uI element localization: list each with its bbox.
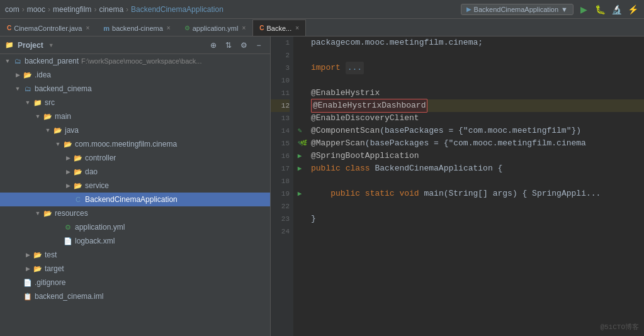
line-numbers: 1 2 3 10 11 12 13 14 15 16 17 18 19 22 2… bbox=[271, 36, 293, 336]
tree-label-target: target bbox=[45, 264, 64, 273]
tree-label-controller: controller bbox=[85, 154, 116, 162]
toggle-dao[interactable]: ▶ bbox=[63, 167, 73, 177]
toggle-java[interactable]: ▼ bbox=[43, 125, 53, 135]
sidebar-add-icon[interactable]: ⊕ bbox=[207, 39, 220, 52]
tree-item-test[interactable]: ▶ 📂 test bbox=[0, 248, 270, 262]
sidebar-dropdown-icon[interactable]: ▼ bbox=[48, 42, 54, 48]
gutter-14-edit[interactable]: ✎ bbox=[293, 125, 306, 137]
toggle-idea[interactable]: ▶ bbox=[13, 70, 23, 80]
code-editor[interactable]: 1 2 3 10 11 12 13 14 15 16 17 18 19 22 2… bbox=[271, 36, 644, 336]
code-line-23: } bbox=[311, 213, 644, 225]
folder-icon-java: 📂 bbox=[53, 125, 63, 135]
gutter-22 bbox=[293, 200, 306, 213]
toggle-resources[interactable]: ▼ bbox=[33, 208, 43, 218]
gutter-17-run[interactable]: ▶ bbox=[293, 162, 306, 175]
tab-close-3[interactable]: × bbox=[242, 25, 246, 31]
sidebar-title: Project bbox=[18, 41, 43, 50]
toggle-com-pkg[interactable]: ▼ bbox=[53, 139, 63, 149]
code-line-24 bbox=[311, 225, 644, 238]
tree-label-backend-cinema: backend_cinema bbox=[35, 84, 92, 93]
project-icon: 📁 bbox=[5, 41, 14, 49]
tree-item-src[interactable]: ▼ 📁 src bbox=[0, 96, 270, 109]
tree-item-resources[interactable]: ▼ 📂 resources bbox=[0, 206, 270, 220]
ln-12: 12 bbox=[271, 99, 290, 112]
toggle-main[interactable]: ▼ bbox=[33, 111, 43, 121]
code-content[interactable]: package com.mooc.meetingfilm.cinema; imp… bbox=[306, 36, 644, 336]
sidebar-body[interactable]: ▼ 🗂 backend_parent F:\workSpace\mooc_wor… bbox=[0, 54, 270, 336]
module-icon-backend-cinema: 🗂 bbox=[23, 84, 33, 94]
tree-label-backend-parent: backend_parent bbox=[25, 57, 79, 65]
tree-item-gitignore[interactable]: 📄 .gitignore bbox=[0, 276, 270, 289]
tab-application-yml[interactable]: ⚙ application.yml × bbox=[178, 20, 253, 36]
toggle-service[interactable]: ▶ bbox=[63, 181, 73, 191]
code-line-22 bbox=[311, 200, 644, 213]
sidebar-header: 📁 Project ▼ ⊕ ⇅ ⚙ − bbox=[0, 36, 270, 54]
toggle-backend-parent[interactable]: ▼ bbox=[3, 56, 13, 66]
ln-23: 23 bbox=[271, 213, 290, 225]
toggle-backend-cinema[interactable]: ▼ bbox=[13, 84, 23, 94]
breadcrumb-app[interactable]: BackendCinemaApplication bbox=[131, 5, 223, 14]
breadcrumb-meetingfilm[interactable]: meetingfilm bbox=[53, 5, 91, 14]
run-button[interactable]: ▶ bbox=[577, 3, 590, 16]
folder-icon-controller: 📂 bbox=[73, 153, 83, 163]
tab-cinema-controller[interactable]: C CinemaController.java × bbox=[0, 20, 96, 36]
tree-item-service[interactable]: ▶ 📂 service bbox=[0, 179, 270, 193]
sidebar-scroll-icon[interactable]: ⇅ bbox=[222, 39, 235, 52]
breadcrumb-mooc[interactable]: mooc bbox=[27, 5, 45, 14]
folder-icon-main: 📂 bbox=[43, 111, 53, 121]
tree-item-dao[interactable]: ▶ 📂 dao bbox=[0, 165, 270, 179]
tree-item-main[interactable]: ▼ 📂 main bbox=[0, 109, 270, 123]
tree-item-logback[interactable]: 📄 logback.xml bbox=[0, 234, 270, 248]
tab-close-2[interactable]: × bbox=[167, 25, 171, 31]
tree-item-iml[interactable]: 📋 backend_cinema.iml bbox=[0, 289, 270, 303]
gutter-16-run[interactable]: ▶ bbox=[293, 150, 306, 162]
import-dots[interactable]: ... bbox=[346, 62, 364, 74]
tree-item-backend-app-file[interactable]: C BackendCinemaApplication bbox=[0, 193, 270, 206]
tree-item-com-pkg[interactable]: ▼ 📂 com.mooc.meetingfilm.cinema bbox=[0, 137, 270, 151]
tree-item-controller[interactable]: ▶ 📂 controller bbox=[0, 151, 270, 165]
tree-path-backend-parent: F:\workSpace\mooc_workspace\back... bbox=[81, 57, 201, 65]
folder-icon-resources: 📂 bbox=[43, 208, 53, 218]
ln-10: 10 bbox=[271, 74, 290, 87]
ln-14: 14 bbox=[271, 125, 290, 137]
tab-close-1[interactable]: × bbox=[86, 25, 89, 31]
code-line-17: public class BackendCinemaApplication { bbox=[311, 162, 644, 175]
iml-icon: 📋 bbox=[23, 291, 33, 301]
code-line-16: @SpringBootApplication bbox=[311, 150, 644, 162]
tab-backend-app[interactable]: C Backe... × bbox=[252, 20, 306, 36]
gutter-19-run[interactable]: ▶ bbox=[293, 188, 306, 200]
java-file-icon-backend-app: C bbox=[73, 194, 83, 204]
tab-backend-cinema[interactable]: m backend-cinema × bbox=[96, 20, 177, 36]
gutter-2 bbox=[293, 49, 306, 62]
coverage-button[interactable]: 🔬 bbox=[610, 3, 623, 16]
gutter-15-edit[interactable]: ✎ 🌿 bbox=[293, 137, 306, 150]
gutter-area: ✎ ✎ 🌿 ▶ ▶ ▶ bbox=[293, 36, 306, 336]
tree-item-idea[interactable]: ▶ 📂 .idea bbox=[0, 68, 270, 82]
tree-item-backend-parent[interactable]: ▼ 🗂 backend_parent F:\workSpace\mooc_wor… bbox=[0, 54, 270, 68]
toggle-test[interactable]: ▶ bbox=[23, 250, 33, 260]
folder-icon-target: 📂 bbox=[33, 264, 43, 274]
run-config-selector[interactable]: ▶ BackendCinemaApplication ▼ bbox=[461, 4, 573, 15]
tree-item-target[interactable]: ▶ 📂 target bbox=[0, 262, 270, 276]
tab-java-icon-1: C bbox=[7, 25, 11, 31]
toggle-controller[interactable]: ▶ bbox=[63, 153, 73, 163]
tree-item-yml[interactable]: ⚙ application.yml bbox=[0, 220, 270, 234]
code-line-2 bbox=[311, 49, 644, 62]
sidebar-minimize-icon[interactable]: − bbox=[252, 39, 265, 52]
gutter-18 bbox=[293, 175, 306, 188]
gutter-24 bbox=[293, 225, 306, 238]
tree-item-java[interactable]: ▼ 📂 java bbox=[0, 123, 270, 137]
toggle-src[interactable]: ▼ bbox=[23, 98, 33, 108]
breadcrumb-cinema[interactable]: cinema bbox=[99, 5, 123, 14]
profile-button[interactable]: ⚡ bbox=[626, 3, 639, 16]
tree-label-src: src bbox=[45, 98, 55, 107]
main-layout: 📁 Project ▼ ⊕ ⇅ ⚙ − ▼ 🗂 backend_parent F… bbox=[0, 36, 644, 336]
sidebar-settings-icon[interactable]: ⚙ bbox=[237, 39, 250, 52]
toggle-target[interactable]: ▶ bbox=[23, 264, 33, 274]
breadcrumb-com[interactable]: com bbox=[5, 5, 20, 14]
tab-close-4[interactable]: × bbox=[295, 25, 299, 31]
tab-label-yml: application.yml bbox=[193, 25, 239, 32]
ln-18: 18 bbox=[271, 175, 290, 188]
tree-item-backend-cinema[interactable]: ▼ 🗂 backend_cinema bbox=[0, 82, 270, 96]
debug-button[interactable]: 🐛 bbox=[594, 3, 606, 16]
